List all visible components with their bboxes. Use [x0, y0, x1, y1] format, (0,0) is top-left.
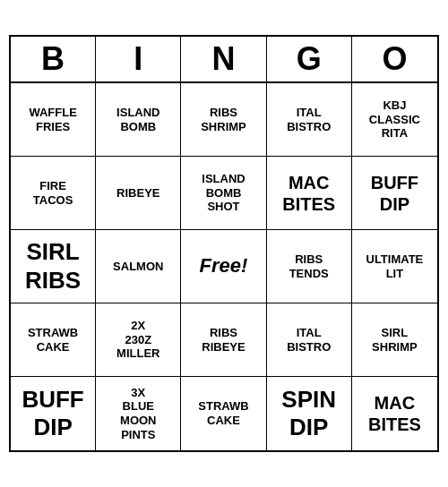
bingo-cell[interactable]: ULTIMATELIT: [352, 230, 437, 303]
bingo-cell[interactable]: BUFFDIP: [11, 377, 96, 450]
bingo-cell[interactable]: RIBSSHRIMP: [181, 83, 266, 157]
header-letter: O: [352, 37, 437, 81]
bingo-cell[interactable]: ITALBISTRO: [267, 83, 352, 157]
bingo-card: BINGO WAFFLEFRIESISLANDBOMBRIBSSHRIMPITA…: [9, 35, 439, 452]
bingo-cell[interactable]: ISLANDBOMB: [96, 83, 181, 157]
bingo-cell[interactable]: RIBSRIBEYE: [181, 303, 266, 377]
bingo-cell[interactable]: FIRETACOS: [11, 157, 96, 230]
bingo-cell[interactable]: Free!: [181, 230, 266, 303]
bingo-cell[interactable]: SPINDIP: [267, 377, 352, 450]
header-letter: N: [181, 37, 266, 81]
bingo-grid: WAFFLEFRIESISLANDBOMBRIBSSHRIMPITALBISTR…: [11, 83, 437, 450]
bingo-cell[interactable]: SALMON: [96, 230, 181, 303]
bingo-cell[interactable]: STRAWBCAKE: [181, 377, 266, 450]
bingo-cell[interactable]: MACBITES: [352, 377, 437, 450]
bingo-cell[interactable]: WAFFLEFRIES: [11, 83, 96, 157]
header-letter: I: [96, 37, 181, 81]
header-letter: B: [11, 37, 96, 81]
bingo-cell[interactable]: KBJCLASSICRITA: [352, 83, 437, 157]
bingo-cell[interactable]: BUFFDIP: [352, 157, 437, 230]
bingo-cell[interactable]: RIBSTENDS: [267, 230, 352, 303]
bingo-cell[interactable]: STRAWBCAKE: [11, 303, 96, 377]
bingo-cell[interactable]: RIBEYE: [96, 157, 181, 230]
header-letter: G: [267, 37, 352, 81]
bingo-cell[interactable]: SIRLRIBS: [11, 230, 96, 303]
bingo-cell[interactable]: ISLANDBOMBSHOT: [181, 157, 266, 230]
bingo-cell[interactable]: ITALBISTRO: [267, 303, 352, 377]
bingo-cell[interactable]: 2X230ZMILLER: [96, 303, 181, 377]
bingo-cell[interactable]: MACBITES: [267, 157, 352, 230]
bingo-cell[interactable]: SIRLSHRIMP: [352, 303, 437, 377]
bingo-header: BINGO: [11, 37, 437, 83]
bingo-cell[interactable]: 3XBLUEMOONPINTS: [96, 377, 181, 450]
